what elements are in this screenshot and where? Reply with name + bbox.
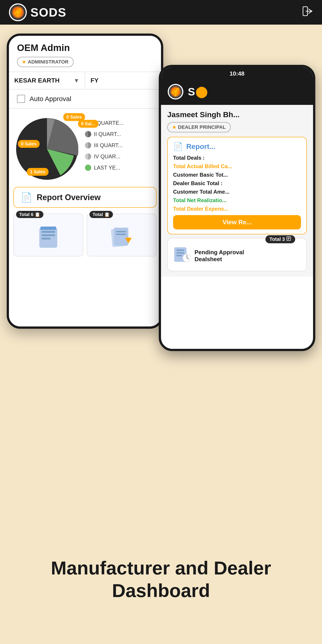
- phones-area: OEM Admin ★ ADMINISTRATOR KESAR EARTH ▼ …: [0, 24, 322, 539]
- legend-q2-icon: [85, 131, 91, 137]
- card-2-icon-badge: 📋: [104, 212, 110, 217]
- sales-label-center: 0 Sales: [18, 140, 40, 148]
- card-1-badge: Total 6 📋: [16, 211, 44, 218]
- svg-rect-20: [114, 228, 128, 246]
- card-1-total: 6: [31, 212, 33, 217]
- row-dealer-expense: Total Dealer Expens...: [173, 206, 301, 212]
- legend-q4-label: IV QUAR...: [94, 154, 120, 160]
- row-customer-total-label: Customer Total Ame...: [173, 189, 230, 195]
- row-customer-basic: Customer Basic Tot...: [173, 172, 301, 178]
- report-card-header: 📄 Report...: [173, 142, 301, 151]
- status-bar: 10:48: [161, 67, 313, 80]
- app-header: SODS: [0, 0, 322, 24]
- report-card-title: Report...: [186, 142, 215, 151]
- auto-approval-row: Auto Approval: [9, 90, 161, 109]
- card-2[interactable]: Total 📋: [87, 214, 156, 256]
- dealer-content: Jasmeet Singh Bh... ★ DEALER PRINCIPAL 📄…: [161, 105, 313, 276]
- pie-chart: 0 Sales 0 Sal... 0 Sales 1 Sales: [14, 113, 80, 180]
- card-1-badge-label: Total: [19, 212, 30, 217]
- footer-title: Manufacturer and Dealer Dashboard: [22, 557, 300, 602]
- dealer-badge: ★ DEALER PRINCIPAL: [167, 122, 231, 132]
- period-label: FY: [90, 77, 98, 84]
- dealer-role: DEALER PRINCIPAL: [178, 124, 226, 130]
- company-label: KESAR EARTH: [14, 77, 60, 84]
- report-overview-btn[interactable]: 📄 Report Overview: [14, 187, 156, 208]
- period-filter[interactable]: FY: [85, 72, 161, 89]
- admin-badge: ★ ADMINISTRATOR: [17, 57, 74, 67]
- svg-rect-43: [176, 255, 182, 256]
- pending-icon: [173, 245, 191, 266]
- sales-label-mid-right: 0 Sal...: [78, 120, 98, 128]
- admin-role: ADMINISTRATOR: [28, 59, 69, 65]
- chart-area: 0 Sales 0 Sal... 0 Sales 1 Sales I QUART…: [9, 109, 161, 185]
- svg-rect-21: [116, 231, 126, 232]
- row-actual-billed-label: Total Actual Billed Ca...: [173, 163, 232, 170]
- pending-total: 3: [282, 236, 285, 242]
- filters-row: KESAR EARTH ▼ FY: [9, 72, 161, 90]
- legend-q3-icon: [85, 142, 91, 148]
- pending-label: Pending ApprovalDealsheet: [194, 249, 244, 263]
- pending-badge-icon: [286, 236, 291, 242]
- svg-rect-42: [176, 252, 184, 254]
- legend-ly-icon: [85, 164, 91, 171]
- cards-row: Total 6 📋 Total 📋: [9, 210, 161, 260]
- oem-header: OEM Admin ★ ADMINISTRATOR: [9, 36, 161, 72]
- logo-circle: [9, 3, 27, 21]
- row-dealer-basic-label: Dealer Basic Total :: [173, 180, 222, 186]
- oem-title: OEM Admin: [17, 42, 153, 53]
- card-2-main-icon: [91, 222, 152, 252]
- sales-label-bottom: 1 Sales: [27, 168, 48, 176]
- row-total-deals: Total Deals :: [173, 155, 301, 161]
- card-2-badge-label: Total: [92, 212, 103, 217]
- report-card-icon: 📄: [173, 142, 183, 151]
- svg-rect-17: [42, 238, 50, 240]
- legend-q3: III QUART...: [85, 142, 156, 148]
- pending-content: Pending ApprovalDealsheet: [173, 245, 301, 266]
- row-customer-total: Customer Total Ame...: [173, 189, 301, 195]
- company-filter[interactable]: KESAR EARTH ▼: [9, 72, 85, 89]
- auto-approval-label: Auto Approval: [30, 95, 71, 103]
- report-card: 📄 Report... Total Deals : Total Actual B…: [167, 137, 307, 234]
- logout-icon[interactable]: [302, 6, 313, 19]
- row-net-realization: Total Net Realizatio...: [173, 197, 301, 204]
- svg-rect-41: [176, 250, 184, 251]
- dealer-logo: [168, 84, 183, 100]
- legend-q4-icon: [85, 154, 91, 160]
- card-1-main-icon: [18, 222, 79, 252]
- pending-badge: Total 3: [266, 235, 295, 243]
- doc-icon: 📄: [20, 192, 32, 203]
- card-2-badge: Total 📋: [90, 211, 113, 218]
- app-title: SODS: [30, 5, 66, 19]
- legend-q3-label: III QUART...: [94, 142, 122, 148]
- dealer-name: Jasmeet Singh Bh...: [167, 110, 307, 119]
- star-icon: ★: [22, 59, 26, 64]
- card-1-icon: 📋: [35, 212, 40, 217]
- row-dealer-basic: Dealer Basic Total :: [173, 180, 301, 186]
- card-1[interactable]: Total 6 📋: [14, 214, 83, 256]
- dealer-brand: S⬤: [188, 86, 208, 98]
- logo-inner: [10, 4, 26, 20]
- row-customer-basic-label: Customer Basic Tot...: [173, 172, 228, 178]
- auto-approval-checkbox[interactable]: [17, 95, 25, 103]
- pending-badge-label: Total: [270, 236, 281, 242]
- legend-ly: LAST YE...: [85, 164, 156, 171]
- svg-rect-16: [42, 234, 55, 236]
- dealer-logo-inner: [169, 85, 182, 98]
- row-net-realization-label: Total Net Realizatio...: [173, 197, 227, 204]
- legend-ly-label: LAST YE...: [94, 164, 120, 171]
- footer-section: Manufacturer and Dealer Dashboard: [0, 539, 322, 616]
- view-report-button[interactable]: View Re...: [173, 215, 301, 230]
- svg-rect-18: [40, 226, 56, 230]
- svg-rect-22: [116, 234, 126, 235]
- row-dealer-expense-label: Total Dealer Expens...: [173, 206, 228, 212]
- pending-card[interactable]: Total 3: [167, 238, 307, 271]
- legend-q2-label: II QUART...: [94, 131, 121, 137]
- dealer-star-icon: ★: [172, 124, 176, 130]
- legend-q4: IV QUAR...: [85, 154, 156, 160]
- right-phone: 10:48: [159, 65, 315, 351]
- legend-q2: II QUART...: [85, 131, 156, 137]
- dealer-header: S⬤: [161, 80, 313, 105]
- row-total-deals-label: Total Deals :: [173, 155, 204, 161]
- report-overview-label: Report Overview: [37, 193, 100, 202]
- svg-rect-15: [42, 231, 55, 233]
